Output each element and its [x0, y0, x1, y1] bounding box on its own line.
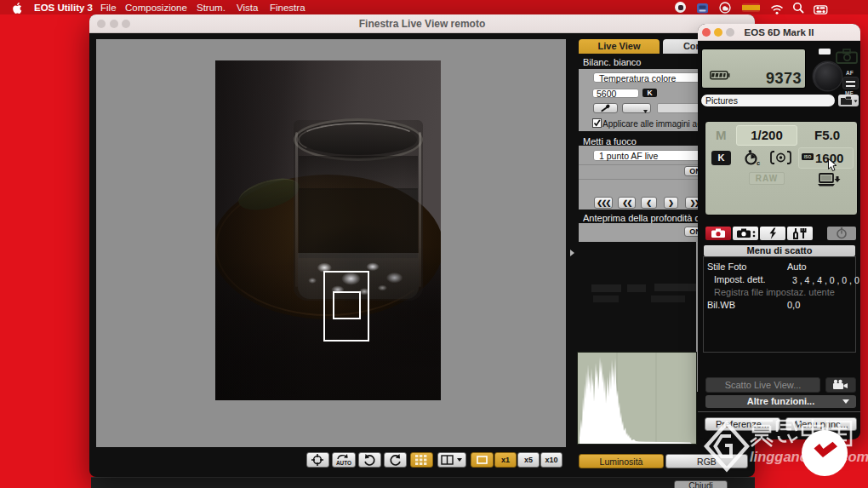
svg-text:c: c: [757, 159, 760, 167]
svg-text:AUTO: AUTO: [336, 460, 351, 466]
